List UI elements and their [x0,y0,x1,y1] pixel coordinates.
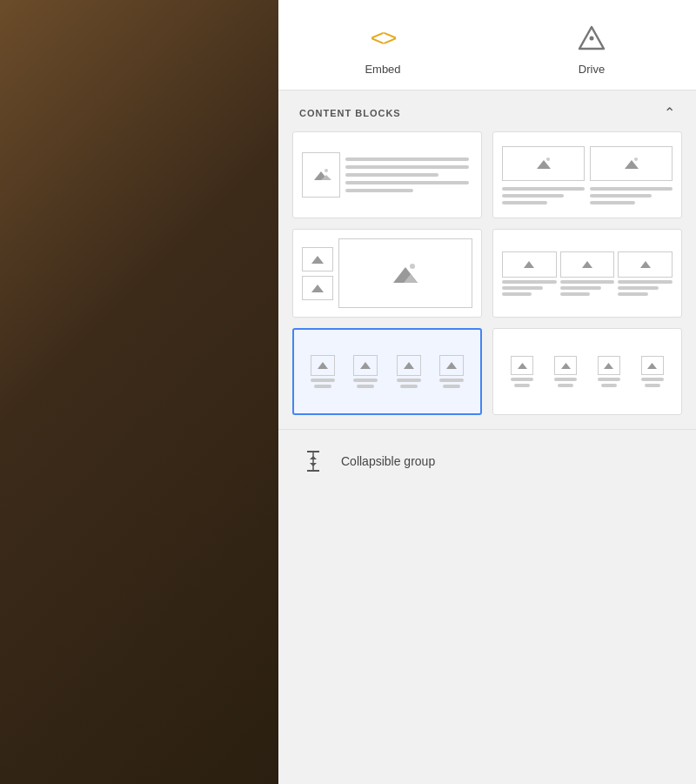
text-line [345,165,469,169]
block-preview-4 [502,251,673,296]
text-line [397,379,421,382]
block4-img2 [560,251,615,278]
block3-img-sm1 [302,247,333,271]
text-line [590,201,635,204]
embed-option[interactable]: <> Embed [341,14,425,83]
block5-img4 [439,355,464,376]
block4-col2 [560,251,615,296]
svg-point-14 [410,264,415,269]
text-line [618,286,659,290]
mountain-icon-16 [603,361,614,371]
collapsible-group-icon [299,447,327,475]
text-line [502,187,585,191]
mountain-icon-10 [317,360,329,371]
svg-marker-20 [404,362,414,369]
block5-unit4 [432,355,472,388]
mountain-icon-11 [359,360,371,371]
block2-img2 [590,146,673,181]
svg-point-1 [590,37,594,41]
text-line [400,385,418,388]
decorative-panel [0,0,278,784]
text-line [311,379,335,382]
block2-col2 [590,146,673,204]
block-card-6[interactable] [492,328,682,415]
text-line [560,292,590,296]
chevron-up-icon[interactable]: ⌃ [664,104,675,121]
drive-option[interactable]: Drive [550,14,633,83]
svg-marker-11 [311,285,324,292]
mountain-icon-7 [522,259,536,270]
mountain-icon-3 [622,156,641,171]
mountain-icon-6 [390,260,421,286]
svg-marker-17 [640,261,651,268]
svg-marker-23 [561,363,571,369]
block-preview-6 [502,356,673,387]
block5-unit2 [346,355,386,388]
text-line [590,187,673,191]
collapsible-group-item[interactable]: Collapsible group [278,429,696,493]
mountain-icon-5 [310,282,325,294]
svg-marker-15 [524,261,534,268]
block-preview-5 [303,355,472,388]
block-card-5[interactable] [292,328,482,415]
block5-img3 [397,355,421,376]
text-line [502,292,532,296]
svg-marker-21 [446,362,457,369]
mountain-icon-8 [580,259,594,270]
block2-img1 [502,146,585,181]
text-line [502,201,547,204]
block4-col1 [502,251,557,296]
block4-img3 [618,251,673,278]
svg-point-9 [634,157,638,161]
text-line [357,385,374,388]
block3-img-sm2 [302,276,333,300]
text-line [502,280,557,284]
block3-left [302,238,333,308]
block2-col1 [502,146,585,204]
block4-col3 [618,251,673,296]
block6-img3 [598,356,620,375]
block3-img-large [338,238,472,308]
text-line [439,379,464,382]
text-line [345,181,469,184]
mountain-icon-4 [310,253,325,265]
block6-img2 [554,356,577,375]
text-line [502,194,564,198]
block5-unit3 [389,355,429,388]
text-line [345,189,413,192]
block-card-1[interactable] [292,131,482,218]
text-line [601,384,617,387]
svg-marker-6 [537,160,551,169]
text-line [560,280,615,284]
block1-image [302,152,340,198]
block-card-2[interactable] [492,131,682,218]
text-line [560,286,601,290]
embed-icon-wrap: <> [362,21,404,56]
text-line [514,384,530,387]
svg-point-7 [546,157,550,161]
content-blocks-grid [278,131,696,429]
text-line [345,157,469,161]
text-line [502,286,543,290]
text-line [314,385,331,388]
text-line [353,379,378,382]
code-brackets-icon: <> [371,24,396,52]
mountain-icon-15 [560,361,572,371]
block5-unit1 [303,355,343,388]
content-blocks-title: CONTENT BLOCKS [299,108,401,118]
text-line [443,385,460,388]
text-line [554,378,577,381]
block-card-4[interactable] [492,229,682,318]
svg-marker-16 [582,261,592,268]
block6-img4 [641,356,664,375]
expand-collapse-icon [301,449,325,473]
mountain-icon-12 [403,360,415,371]
block6-col2 [545,356,586,387]
drive-triangle-icon [576,23,607,54]
mountain-icon-17 [646,361,658,371]
text-line [641,378,664,381]
block-preview-3 [302,238,472,308]
block-card-3[interactable] [292,229,482,318]
mountain-icon-9 [639,259,652,270]
block6-img1 [511,356,533,375]
